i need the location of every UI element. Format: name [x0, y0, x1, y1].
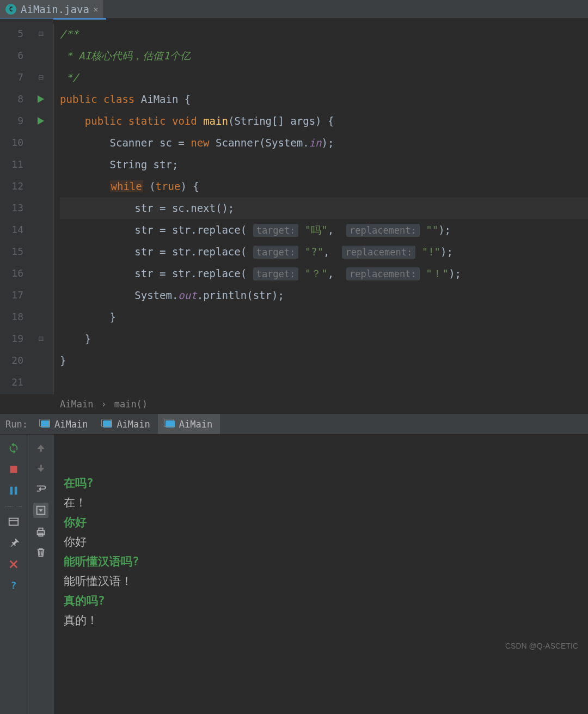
line-number-gutter: 56789101112131415161718192021: [0, 19, 29, 394]
run-tool-tabbar: Run: AiMain AiMain AiMain: [0, 413, 588, 435]
fold-close-icon[interactable]: ⊟: [37, 334, 45, 344]
close-icon[interactable]: [8, 558, 20, 570]
run-label: Run:: [0, 419, 33, 430]
svg-text:?: ?: [10, 579, 16, 591]
down-icon[interactable]: [35, 462, 47, 474]
console-output[interactable]: 在吗? 在！ 你好 你好 能听懂汉语吗? 能听懂汉语！ 真的吗? 真的！: [54, 435, 588, 714]
gutter-icon-column: ⊟ ⊟ ⊟: [29, 19, 53, 394]
run-tool-window: ? 在吗? 在！ 你好 你好 能听懂汉语吗? 能听懂汉语！ 真的吗? 真的！: [0, 435, 588, 714]
code-editor[interactable]: 56789101112131415161718192021 ⊟ ⊟ ⊟ /** …: [0, 19, 588, 394]
editor-tabbar: C AiMain.java ✕: [0, 0, 588, 19]
java-class-icon: C: [5, 4, 16, 15]
run-config-tab[interactable]: AiMain: [33, 414, 95, 434]
comment: * AI核心代码，估值1个亿: [60, 50, 191, 62]
run-config-tab[interactable]: AiMain: [158, 414, 220, 434]
stop-icon[interactable]: [8, 463, 20, 475]
watermark: CSDN @Q-ASCETIC: [505, 642, 578, 650]
close-icon[interactable]: ✕: [94, 5, 98, 14]
pin-icon[interactable]: [8, 537, 20, 549]
print-icon[interactable]: [35, 526, 47, 538]
editor-tab[interactable]: C AiMain.java ✕: [0, 0, 104, 18]
run-config-tab[interactable]: AiMain: [95, 414, 157, 434]
fold-open-icon[interactable]: ⊟: [37, 29, 45, 39]
layout-icon[interactable]: [8, 516, 20, 528]
breadcrumb-separator: ›: [101, 399, 106, 410]
console-icon: [166, 420, 175, 428]
breadcrumb: AiMain › main(): [0, 394, 588, 413]
svg-rect-2: [14, 487, 17, 495]
breadcrumb-item[interactable]: main(): [114, 399, 148, 410]
console-output-line: 在！: [64, 493, 588, 512]
trash-icon[interactable]: [35, 546, 47, 558]
run-gutter-icon[interactable]: [38, 117, 44, 125]
svg-rect-3: [9, 518, 18, 526]
svg-rect-10: [39, 528, 42, 531]
scroll-to-end-icon[interactable]: [33, 503, 48, 518]
console-output-line: 能听懂汉语！: [64, 571, 588, 591]
console-output-line: 你好: [64, 532, 588, 552]
parameter-hint: replacement:: [346, 267, 420, 280]
run-toolbar-secondary: [27, 435, 54, 714]
parameter-hint: replacement:: [342, 246, 415, 259]
fold-close-icon[interactable]: ⊟: [37, 72, 45, 82]
pause-icon[interactable]: [8, 485, 20, 497]
svg-rect-1: [10, 487, 13, 495]
breadcrumb-item[interactable]: AiMain: [60, 399, 93, 410]
up-icon[interactable]: [35, 442, 47, 454]
run-toolbar-left: ?: [0, 435, 27, 714]
console-input-line: 能听懂汉语吗?: [64, 552, 588, 571]
parameter-hint: target:: [253, 267, 299, 280]
parameter-hint: replacement:: [346, 224, 420, 237]
code-area[interactable]: /** * AI核心代码，估值1个亿 */ public class AiMai…: [53, 19, 588, 394]
comment: */: [60, 71, 78, 83]
separator: [5, 506, 22, 506]
console-input-line: 你好: [64, 512, 588, 532]
run-gutter-icon[interactable]: [38, 95, 44, 103]
help-icon[interactable]: ?: [8, 579, 20, 591]
svg-rect-0: [10, 466, 17, 473]
parameter-hint: target:: [253, 224, 299, 237]
console-input-line: 真的吗?: [64, 591, 588, 611]
tab-filename: AiMain.java: [21, 3, 89, 15]
parameter-hint: target:: [253, 246, 299, 259]
console-icon: [41, 420, 50, 428]
console-icon: [103, 420, 112, 428]
console-output-line: 真的！: [64, 611, 588, 630]
soft-wrap-icon[interactable]: [35, 483, 47, 495]
console-input-line: 在吗?: [64, 473, 588, 493]
comment: /**: [60, 28, 78, 40]
rerun-icon[interactable]: [8, 442, 20, 454]
